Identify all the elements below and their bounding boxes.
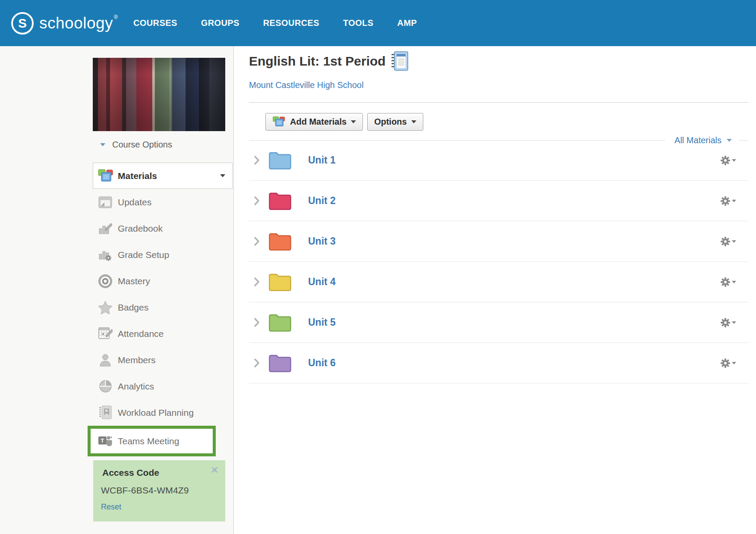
add-materials-label: Add Materials <box>290 117 346 127</box>
workload-planning-icon <box>98 405 113 420</box>
folder-icon[interactable] <box>268 151 292 170</box>
attendance-icon <box>98 327 113 340</box>
close-icon[interactable]: ✕ <box>211 465 218 474</box>
svg-text:T: T <box>101 437 104 444</box>
main-nav: COURSESGROUPSRESOURCESTOOLSAMP <box>133 18 417 28</box>
unit-link[interactable]: Unit 2 <box>308 195 336 207</box>
unit-row: Unit 6 <box>249 343 748 383</box>
unit-row: Unit 3 <box>249 221 748 262</box>
gear-icon <box>720 358 731 368</box>
analytics-icon <box>98 380 113 393</box>
caret-down-icon <box>732 362 736 364</box>
members-icon <box>98 353 113 367</box>
caret-down-icon <box>732 240 736 243</box>
notebook-icon <box>391 51 409 71</box>
badges-icon <box>98 301 113 314</box>
unit-link[interactable]: Unit 6 <box>308 357 336 369</box>
expand-chevron-icon[interactable] <box>254 196 260 206</box>
unit-link[interactable]: Unit 4 <box>308 276 336 288</box>
logo-text: schoology <box>39 14 113 32</box>
materials-list: Unit 1 Unit 2 Unit 3 Unit 4 <box>249 140 748 383</box>
row-actions-menu[interactable] <box>720 236 736 247</box>
nav-item-groups[interactable]: GROUPS <box>201 18 239 28</box>
mastery-icon <box>98 274 113 288</box>
course-options-button[interactable]: Course Options <box>93 138 172 151</box>
gear-icon <box>720 155 731 166</box>
sidebar-item-mastery[interactable]: Mastery <box>0 268 233 294</box>
expand-chevron-icon[interactable] <box>254 358 260 368</box>
page-title: English Lit: 1st Period <box>249 54 386 69</box>
sidebar-item-workload-planning[interactable]: Workload Planning <box>0 399 233 426</box>
row-actions-menu[interactable] <box>720 358 736 368</box>
materials-toolbar: Add Materials Options <box>265 113 423 131</box>
sidebar-item-grade-setup[interactable]: Grade Setup <box>0 242 233 268</box>
folder-icon[interactable] <box>268 232 292 251</box>
caret-down-icon <box>351 120 356 123</box>
materials-icon <box>98 169 114 183</box>
sidebar-item-analytics[interactable]: Analytics <box>0 373 233 399</box>
folder-icon[interactable] <box>268 313 292 332</box>
caret-down-icon <box>732 321 736 324</box>
expand-chevron-icon[interactable] <box>254 236 260 246</box>
reset-link[interactable]: Reset <box>101 503 121 512</box>
access-code-value: WCBF-6BS4-WM4Z9 <box>101 485 189 496</box>
schoology-s-icon: S <box>11 12 34 35</box>
folder-icon[interactable] <box>268 353 292 373</box>
nav-item-tools[interactable]: TOOLS <box>343 18 374 28</box>
schoology-course-page: S schoology ® COURSESGROUPSRESOURCESTOOL… <box>0 0 756 534</box>
add-materials-button[interactable]: Add Materials <box>265 113 363 131</box>
unit-link[interactable]: Unit 1 <box>308 154 336 166</box>
folder-icon[interactable] <box>268 191 292 210</box>
course-profile-image <box>93 58 225 131</box>
nav-item-resources[interactable]: RESOURCES <box>263 18 319 28</box>
gear-icon <box>720 236 731 247</box>
top-navigation-bar: S schoology ® COURSESGROUPSRESOURCESTOOL… <box>0 0 756 46</box>
gear-icon <box>720 277 731 287</box>
options-button[interactable]: Options <box>367 113 423 131</box>
caret-down-icon <box>220 174 225 177</box>
sidebar-item-teams-meeting[interactable]: T Teams Meeting <box>88 426 216 456</box>
unit-row: Unit 1 <box>249 140 748 181</box>
row-actions-menu[interactable] <box>720 277 736 287</box>
gear-icon <box>720 317 731 328</box>
folder-icon[interactable] <box>268 272 292 292</box>
options-label: Options <box>374 117 407 127</box>
expand-chevron-icon[interactable] <box>254 317 260 327</box>
caret-down-icon <box>100 143 105 146</box>
course-sidebar: Course Options Materials Updates Gradebo… <box>0 46 234 534</box>
schoology-logo[interactable]: S schoology ® <box>11 12 118 35</box>
unit-link[interactable]: Unit 3 <box>308 236 336 247</box>
access-code-title: Access Code <box>102 468 159 478</box>
sidebar-item-members[interactable]: Members <box>0 347 233 373</box>
course-main-content: English Lit: 1st Period Mount Castlevill… <box>234 46 756 534</box>
expand-chevron-icon[interactable] <box>254 155 260 165</box>
caret-down-icon <box>732 281 736 283</box>
sidebar-menu: Updates Gradebook Grade Setup Mastery Ba… <box>0 189 233 456</box>
caret-down-icon <box>732 159 736 162</box>
sidebar-item-gradebook[interactable]: Gradebook <box>0 215 233 242</box>
row-actions-menu[interactable] <box>720 196 736 206</box>
content-area: Course Options Materials Updates Gradebo… <box>0 46 756 534</box>
caret-down-icon <box>732 200 736 202</box>
add-materials-icon <box>272 116 286 128</box>
row-actions-menu[interactable] <box>720 155 736 166</box>
updates-icon <box>98 196 113 208</box>
sidebar-item-updates[interactable]: Updates <box>0 189 233 215</box>
grade-setup-icon <box>98 248 113 261</box>
sidebar-item-attendance[interactable]: Attendance <box>0 320 233 347</box>
divider <box>249 102 748 103</box>
unit-link[interactable]: Unit 5 <box>308 317 336 328</box>
school-link[interactable]: Mount Castleville High School <box>249 80 364 90</box>
materials-label: Materials <box>118 171 157 181</box>
registered-mark: ® <box>114 14 118 20</box>
caret-down-icon <box>411 120 416 123</box>
nav-item-courses[interactable]: COURSES <box>133 18 177 28</box>
row-actions-menu[interactable] <box>720 317 736 328</box>
expand-chevron-icon[interactable] <box>254 277 260 287</box>
sidebar-item-badges[interactable]: Badges <box>0 294 233 320</box>
access-code-panel: Access Code ✕ WCBF-6BS4-WM4Z9 Reset <box>93 460 225 521</box>
nav-item-amp[interactable]: AMP <box>397 18 417 28</box>
unit-row: Unit 2 <box>249 181 748 221</box>
unit-row: Unit 5 <box>249 302 748 343</box>
sidebar-item-materials[interactable]: Materials <box>93 163 233 189</box>
